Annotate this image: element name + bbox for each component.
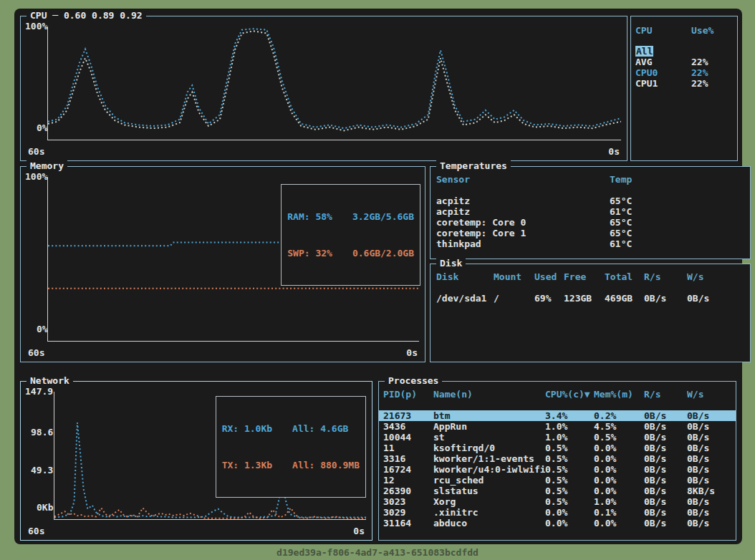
- swap-usage-value: 0.6GB/2.0GB: [352, 248, 414, 259]
- network-legend-box: RX: 1.0KbAll: 4.6GB TX: 1.3KbAll: 880.9M…: [216, 396, 366, 498]
- temperatures-header: Sensor Temp: [431, 174, 750, 185]
- processes-panel-title: Processes: [385, 375, 442, 386]
- cpu-chart-area: [47, 26, 621, 140]
- network-y-label-min: 0Kb: [37, 502, 53, 513]
- cpu-panel-title: CPU ─ 0.60 0.89 0.92: [27, 10, 146, 21]
- temperature-row[interactable]: thinkpad 61°C: [431, 238, 750, 249]
- network-panel-title: Network: [27, 375, 73, 386]
- cpu-legend-header: CPU Use%: [631, 25, 737, 36]
- process-row-selected[interactable]: 21673 btm 3.4% 0.2% 0B/s 0B/s: [379, 410, 736, 421]
- terminal-window: CPU ─ 0.60 0.89 0.92 100% 0% 60s 0s CPU …: [14, 9, 742, 544]
- disk-row[interactable]: /dev/sda1 / 69% 123GB 469GB 0B/s 0B/s: [431, 293, 750, 304]
- processes-header-name[interactable]: Name(n): [433, 389, 545, 400]
- process-row[interactable]: 3029 .xinitrc 0.0% 0.1% 0B/s 0B/s: [379, 507, 736, 518]
- temperature-row[interactable]: acpitz 61°C: [431, 206, 750, 217]
- temperature-row[interactable]: coretemp: Core 1 65°C: [431, 228, 750, 238]
- processes-header-rs[interactable]: R/s: [644, 389, 687, 400]
- rx-total-label: All: 4.6GB: [292, 423, 348, 434]
- cpu-y-min-label: 0%: [37, 122, 48, 133]
- temperature-row[interactable]: acpitz 65°C: [431, 195, 750, 206]
- process-row[interactable]: 3316 kworker/1:1-events 0.5% 0.0% 0B/s 0…: [379, 453, 736, 464]
- disk-header-total: Total: [605, 271, 644, 282]
- cpu-title-label: CPU: [30, 10, 47, 21]
- disk-header-rs: R/s: [644, 271, 687, 282]
- network-x-right-label: 0s: [353, 526, 365, 536]
- disk-header: Disk Mount Used Free Total R/s W/s: [431, 271, 750, 282]
- processes-header-mem[interactable]: Mem%(m): [594, 389, 644, 400]
- temperatures-panel-title: Temperatures: [436, 160, 511, 171]
- disk-header-free: Free: [564, 271, 605, 282]
- cpu-legend-header-use: Use%: [691, 25, 733, 36]
- process-row[interactable]: 11 ksoftirqd/0 0.5% 0.0% 0B/s 0B/s: [379, 443, 736, 453]
- process-row[interactable]: 31164 abduco 0.0% 0.0% 0B/s 0B/s: [379, 518, 736, 528]
- disk-header-ws: W/s: [687, 271, 744, 282]
- temperatures-panel[interactable]: Temperatures Sensor Temp acpitz 65°C acp…: [430, 166, 751, 259]
- cpu-legend-row-cpu1[interactable]: CPU1 22%: [631, 78, 737, 89]
- cpu-legend-header-name: CPU: [635, 25, 691, 36]
- temperature-row[interactable]: coretemp: Core 0 65°C: [431, 217, 750, 228]
- process-row[interactable]: 10044 st 1.0% 0.5% 0B/s 0B/s: [379, 432, 736, 443]
- process-row[interactable]: 12 rcu_sched 0.5% 0.0% 0B/s 0B/s: [379, 475, 736, 486]
- disk-panel[interactable]: Disk Disk Mount Used Free Total R/s W/s …: [430, 264, 751, 362]
- memory-y-max-label: 100%: [25, 171, 47, 182]
- cpu-legend-panel[interactable]: CPU Use% All AVG 22% CPU0 22% CPU1 22%: [630, 16, 738, 161]
- swap-usage-label: SWP: 32%: [287, 248, 332, 259]
- session-id-text: d19ed39a-f806-4ad7-a413-651083bcdfdd: [0, 547, 755, 558]
- temperatures-rows: acpitz 65°C acpitz 61°C coretemp: Core 0…: [431, 195, 750, 249]
- network-panel[interactable]: Network 147.9 98.6 49.3 0Kb RX: 1.0KbAll…: [20, 381, 372, 541]
- cpu-legend-row-cpu0[interactable]: CPU0 22%: [631, 67, 737, 78]
- rx-rate-label: RX: 1.0Kb: [222, 423, 272, 434]
- network-y-label-1: 49.3: [31, 465, 53, 475]
- disk-rows: /dev/sda1 / 69% 123GB 469GB 0B/s 0B/s: [431, 293, 750, 304]
- processes-rows: 21673 btm 3.4% 0.2% 0B/s 0B/s 3436 AppRu…: [379, 410, 736, 528]
- cpu-legend-row-avg[interactable]: AVG 22%: [631, 57, 737, 67]
- cpu-y-max-label: 100%: [25, 21, 47, 32]
- network-y-label-max: 147.9: [25, 386, 53, 397]
- disk-panel-title: Disk: [436, 258, 466, 269]
- process-row[interactable]: 16724 kworker/u4:0-iwlwifi 0.5% 0.0% 0B/…: [379, 464, 736, 475]
- disk-header-disk: Disk: [436, 271, 494, 282]
- cpu-legend-row-all[interactable]: All: [631, 46, 737, 57]
- tx-total-label: All: 880.9MB: [292, 460, 360, 470]
- tx-rate-label: TX: 1.3Kb: [222, 460, 272, 470]
- cpu-x-right-label: 0s: [608, 146, 620, 157]
- processes-panel[interactable]: Processes PID(p) Name(n) CPU%(c)▼ Mem%(m…: [378, 381, 736, 541]
- processes-header: PID(p) Name(n) CPU%(c)▼ Mem%(m) R/s W/s: [379, 389, 736, 400]
- memory-x-left-label: 60s: [28, 347, 44, 358]
- cpu-x-left-label: 60s: [28, 146, 44, 157]
- processes-header-ws[interactable]: W/s: [687, 389, 731, 400]
- processes-header-cpu-sorted[interactable]: CPU%(c)▼: [545, 389, 594, 400]
- disk-header-used: Used: [534, 271, 564, 282]
- disk-header-mount: Mount: [494, 271, 534, 282]
- memory-panel[interactable]: Memory 100% 0% RAM: 58%3.2GB/5.6GB SWP: …: [20, 166, 425, 362]
- network-x-left-label: 60s: [28, 526, 44, 536]
- memory-y-min-label: 0%: [37, 324, 48, 334]
- processes-header-pid[interactable]: PID(p): [383, 389, 433, 400]
- cpu-legend-rows: All AVG 22% CPU0 22% CPU1 22%: [631, 46, 737, 89]
- ram-usage-label: RAM: 58%: [287, 211, 332, 222]
- network-y-label-2: 98.6: [31, 427, 53, 438]
- process-row[interactable]: 26390 slstatus 0.5% 0.0% 0B/s 8KB/s: [379, 486, 736, 496]
- process-row[interactable]: 3023 Xorg 0.5% 1.0% 0B/s 0B/s: [379, 496, 736, 507]
- cpu-usage-chart: [48, 26, 621, 140]
- memory-panel-title: Memory: [27, 160, 67, 171]
- cpu-load-average: ─ 0.60 0.89 0.92: [52, 10, 142, 21]
- cpu-all-selected[interactable]: All: [635, 46, 653, 57]
- temperatures-header-sensor: Sensor: [436, 174, 610, 185]
- temperatures-header-temp: Temp: [610, 174, 744, 185]
- memory-legend-box: RAM: 58%3.2GB/5.6GB SWP: 32%0.6GB/2.0GB: [281, 184, 420, 286]
- memory-x-right-label: 0s: [406, 347, 418, 358]
- ram-usage-value: 3.2GB/5.6GB: [352, 211, 414, 222]
- process-row[interactable]: 3436 AppRun 1.0% 4.5% 0B/s 0B/s: [379, 421, 736, 432]
- cpu-panel[interactable]: CPU ─ 0.60 0.89 0.92 100% 0% 60s 0s: [20, 16, 627, 161]
